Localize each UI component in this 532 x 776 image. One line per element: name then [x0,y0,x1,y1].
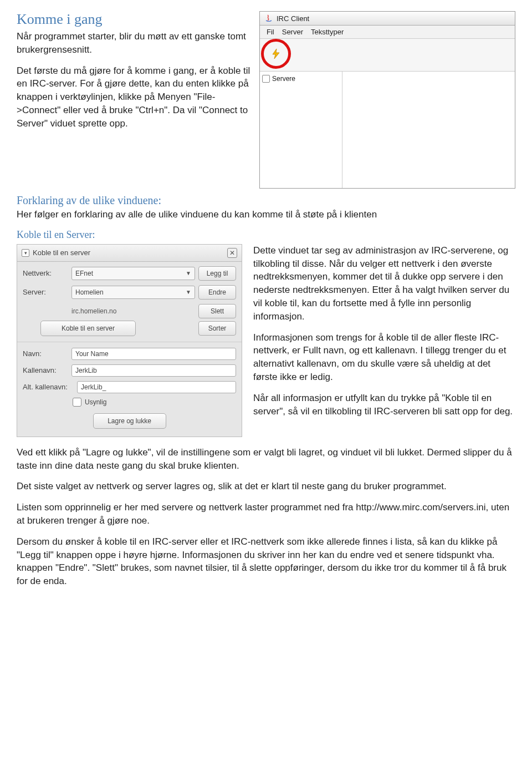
client-main-area [342,72,515,188]
slett-button[interactable]: Slett [198,304,236,318]
heading-koble-til: Koble til en Server: [17,229,515,241]
combo-nettverk[interactable]: EFnet ▼ [71,267,195,280]
heading-forklaring: Forklaring av de ulike vinduene: [17,194,515,207]
koble-til-button[interactable]: Koble til en server [40,321,136,336]
intro-paragraph-2: Det første du må gjøre for å komme i gan… [17,64,250,130]
label-alt-kallenavn: Alt. kallenavn: [23,383,74,391]
java-icon [264,14,273,23]
irc-client-screenshot: IRC Client Fil Server Teksttyper Servere [259,11,515,189]
intro-paragraph-1: Når programmet starter, blir du møtt av … [17,30,250,57]
combo-server[interactable]: Homelien ▼ [71,286,195,299]
label-navn: Navn: [23,349,68,358]
input-navn[interactable]: Your Name [71,348,236,360]
input-alt-kallenavn[interactable]: JerkLib_ [77,381,236,393]
input-kallenavn[interactable]: JerkLib [71,364,236,377]
menu-teksttyper[interactable]: Teksttyper [308,27,347,37]
combo-nettverk-value: EFnet [75,270,93,277]
menu-server[interactable]: Server [279,27,306,37]
dialog-minimize-icon[interactable]: ▾ [22,249,29,257]
sorter-button[interactable]: Sorter [198,321,236,336]
forklaring-paragraph: Her følger en forklaring av alle de ulik… [17,208,515,221]
combo-server-value: Homelien [75,288,104,296]
tree-item-servere[interactable]: Servere [262,74,340,84]
connect-bolt-icon[interactable] [270,48,282,59]
tree-label: Servere [272,75,295,83]
checkbox-usynlig[interactable] [73,398,81,407]
tree-expand-icon [262,75,270,83]
client-tree-panel: Servere [260,72,342,188]
dialog-titlebar: ▾ Koble til en server ✕ [17,245,242,262]
close-icon[interactable]: ✕ [227,248,237,258]
menu-fil[interactable]: Fil [263,27,278,37]
mid-paragraph-2: Informasjonen som trengs for å koble til… [253,331,515,384]
bottom-paragraph-3: Listen som opprinnelig er her med server… [17,501,515,528]
heading-komme-i-gang: Komme i gang [17,11,250,28]
dialog-title: Koble til en server [33,248,90,257]
label-nettverk: Nettverk: [23,269,68,277]
label-usynlig: Usynlig [85,398,106,406]
endre-button[interactable]: Endre [198,285,236,300]
server-url-text: irc.homelien.no [71,307,195,315]
bottom-paragraph-1: Ved ett klikk på "Lagre og lukke", vil d… [17,446,515,473]
mid-paragraph-3: Når all informasjon er utfyllt kan du tr… [253,392,515,418]
client-toolbar [260,39,515,72]
label-kallenavn: Kallenavn: [23,366,68,374]
client-title: IRC Client [277,14,309,23]
chevron-down-icon: ▼ [186,289,191,295]
chevron-down-icon: ▼ [186,270,191,276]
highlight-circle [261,39,291,69]
connect-dialog-screenshot: ▾ Koble til en server ✕ Nettverk: EFnet … [17,244,242,437]
client-menubar: Fil Server Teksttyper [260,26,515,39]
bottom-paragraph-2: Det siste valget av nettverk og server l… [17,480,515,493]
bottom-paragraph-4: Dersom du ønsker å koble til en IRC-serv… [17,535,515,588]
divider [17,342,242,342]
lagre-og-lukke-button[interactable]: Lagre og lukke [93,413,166,429]
legg-til-button[interactable]: Legg til [198,266,236,281]
mid-paragraph-1: Dette vinduet tar seg av administrasjon … [253,244,515,323]
client-titlebar: IRC Client [260,12,515,26]
label-server: Server: [23,288,68,296]
